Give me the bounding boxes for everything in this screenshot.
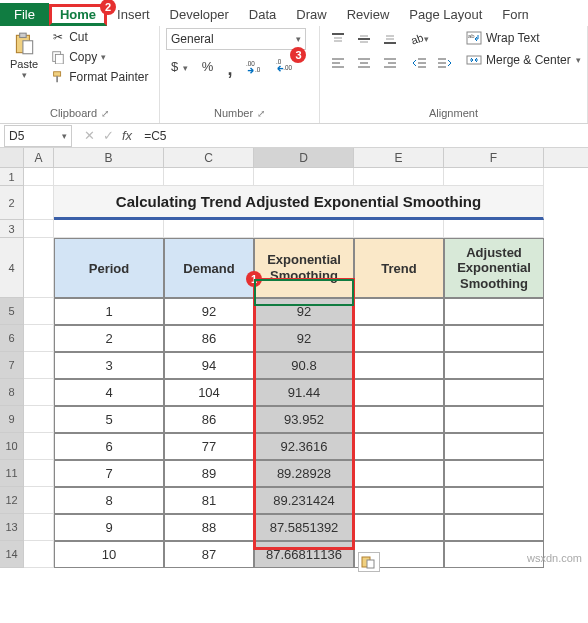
cell-adj[interactable] [444,379,544,406]
cell-trend[interactable] [354,487,444,514]
cell-adj[interactable] [444,298,544,325]
cell-exp[interactable]: 93.952 [254,406,354,433]
cell-period[interactable]: 3 [54,352,164,379]
percent-button[interactable]: % [197,56,219,83]
cell[interactable] [444,168,544,186]
row-header[interactable]: 4 [0,238,24,298]
cell-trend[interactable] [354,433,444,460]
cell-adj[interactable] [444,514,544,541]
align-middle-button[interactable] [352,28,376,50]
cell-trend[interactable] [354,298,444,325]
cell-demand[interactable]: 86 [164,325,254,352]
col-header-E[interactable]: E [354,148,444,167]
cell[interactable] [24,238,54,298]
name-box[interactable]: D5 ▾ [4,125,72,147]
tab-draw[interactable]: Draw [286,3,336,26]
row-header[interactable]: 9 [0,406,24,433]
paste-options-button[interactable] [358,552,380,572]
col-header-C[interactable]: C [164,148,254,167]
cell-demand[interactable]: 77 [164,433,254,460]
cell-period[interactable]: 8 [54,487,164,514]
cell-period[interactable]: 2 [54,325,164,352]
cell-adj[interactable] [444,460,544,487]
cell-demand[interactable]: 104 [164,379,254,406]
tab-page-layout[interactable]: Page Layout [399,3,492,26]
row-header[interactable]: 12 [0,487,24,514]
row-header[interactable]: 14 [0,541,24,568]
cell-period[interactable]: 10 [54,541,164,568]
cell-trend[interactable] [354,352,444,379]
cell-period[interactable]: 6 [54,433,164,460]
col-header-B[interactable]: B [54,148,164,167]
cell-exp[interactable]: 91.44 [254,379,354,406]
tab-review[interactable]: Review [337,3,400,26]
header-exp[interactable]: Exponential Smoothing [254,238,354,298]
paste-button[interactable]: Paste ▾ [6,28,42,82]
cell-demand[interactable]: 81 [164,487,254,514]
cell[interactable] [54,220,164,238]
cut-button[interactable]: ✂ Cut [48,28,150,46]
copy-button[interactable]: Copy ▾ [48,48,150,66]
number-format-select[interactable]: General ▾ [166,28,306,50]
cell-exp[interactable]: 92.3616 [254,433,354,460]
tab-formulas[interactable]: Form [492,3,528,26]
header-adj[interactable]: Adjusted Exponential Smoothing [444,238,544,298]
row-header[interactable]: 2 [0,186,24,220]
header-trend[interactable]: Trend [354,238,444,298]
cell[interactable] [24,298,54,325]
cell-trend[interactable] [354,406,444,433]
cell[interactable] [24,541,54,568]
decrease-indent-button[interactable] [408,52,432,74]
cell[interactable] [354,220,444,238]
cell-period[interactable]: 4 [54,379,164,406]
cell-demand[interactable]: 87 [164,541,254,568]
cell-demand[interactable]: 94 [164,352,254,379]
increase-indent-button[interactable] [432,52,456,74]
cell-exp[interactable]: 92 [254,298,354,325]
cell[interactable] [24,352,54,379]
dialog-launcher-icon[interactable]: ⤢ [257,108,265,119]
cell-trend[interactable] [354,514,444,541]
cell[interactable] [354,168,444,186]
cell-exp[interactable]: 92 [254,325,354,352]
align-right-button[interactable] [378,52,402,74]
row-header[interactable]: 10 [0,433,24,460]
cell[interactable] [24,325,54,352]
title-cell[interactable]: Calculating Trend Adjusted Exponential S… [54,186,544,220]
row-header[interactable]: 13 [0,514,24,541]
header-demand[interactable]: Demand [164,238,254,298]
cell-exp[interactable]: 89.28928 [254,460,354,487]
tab-developer[interactable]: Developer [160,3,239,26]
row-header[interactable]: 7 [0,352,24,379]
cell[interactable] [24,487,54,514]
cell-trend[interactable] [354,460,444,487]
cell-demand[interactable]: 92 [164,298,254,325]
cell-exp[interactable]: 89.231424 [254,487,354,514]
cell[interactable] [54,168,164,186]
row-header[interactable]: 3 [0,220,24,238]
select-all-corner[interactable] [0,148,24,167]
formula-input[interactable]: =C5 [138,129,588,143]
cell-adj[interactable] [444,433,544,460]
decrease-decimal-button[interactable]: .0.00 3 [273,56,297,83]
align-left-button[interactable] [326,52,350,74]
cell-demand[interactable]: 89 [164,460,254,487]
col-header-F[interactable]: F [444,148,544,167]
cell-demand[interactable]: 88 [164,514,254,541]
cell-adj[interactable] [444,487,544,514]
row-header[interactable]: 11 [0,460,24,487]
increase-decimal-button[interactable]: .00.0 [241,56,269,83]
cell[interactable] [164,220,254,238]
row-header[interactable]: 6 [0,325,24,352]
tab-home[interactable]: Home 2 [49,4,107,26]
cell[interactable] [24,406,54,433]
cancel-icon[interactable]: ✕ [84,128,95,143]
header-period[interactable]: Period [54,238,164,298]
cell-adj[interactable] [444,406,544,433]
cell-trend[interactable] [354,379,444,406]
cell-adj[interactable] [444,352,544,379]
row-header[interactable]: 5 [0,298,24,325]
fx-icon[interactable]: fx [122,128,132,143]
tab-data[interactable]: Data [239,3,286,26]
currency-button[interactable]: $ ▾ [166,56,193,83]
